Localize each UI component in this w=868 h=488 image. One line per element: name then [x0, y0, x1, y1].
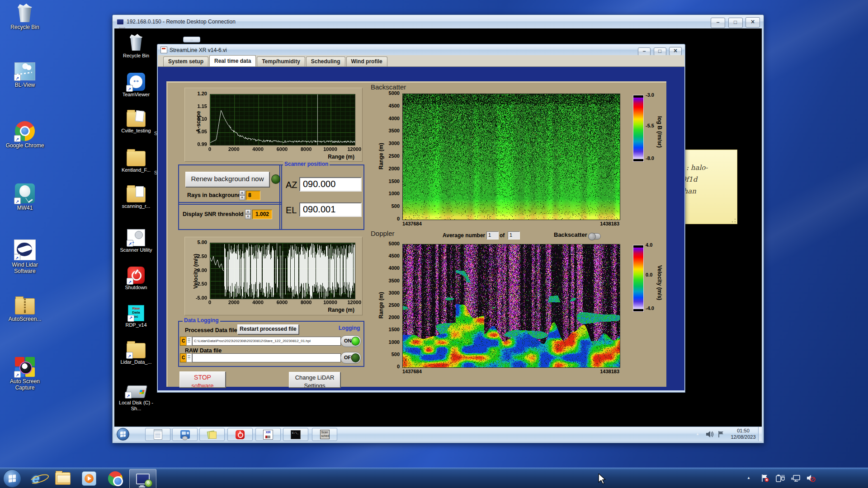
remote-icon-rdp-v14[interactable]: Raw Data oc RDP_v14 [114, 305, 158, 328]
processed-logging-toggle[interactable]: ON [340, 335, 361, 347]
minimize-button[interactable] [711, 18, 725, 28]
close-button[interactable] [745, 17, 760, 28]
backscatter-title: Backscatter [371, 83, 406, 91]
close-button[interactable] [669, 47, 682, 56]
el-value[interactable]: 090.001 [299, 202, 362, 217]
taskbar-button-scan-scheduler[interactable]: Scan sched [312, 428, 337, 441]
stop-line1: STOP [180, 374, 225, 381]
remote-start-button[interactable] [117, 428, 129, 441]
rays-value[interactable]: 8 [246, 191, 260, 200]
remote-icon-scanner-utility[interactable]: Scanner Utility [114, 229, 158, 253]
path-browse-icon[interactable] [186, 353, 192, 362]
remote-icon-kentland[interactable]: Kentland_F... [114, 151, 158, 173]
taskbar-media-player[interactable] [81, 471, 97, 486]
volume-muted-icon[interactable] [807, 474, 816, 482]
raw-path-field[interactable] [192, 353, 341, 362]
remote-icon-cville-testing[interactable]: Cville_testing [114, 112, 158, 134]
taskbar-internet-explorer[interactable]: e [28, 471, 43, 486]
shortcut-arrow-icon [14, 254, 20, 260]
taskbar-button-streamline-xr[interactable]: XR [255, 428, 281, 441]
desktop-icon-recycle-bin[interactable]: Recycle Bin [2, 4, 47, 30]
desktop-icon-label: AutoScreen... [2, 316, 47, 322]
on-label: ON [344, 338, 352, 343]
desktop-icon-autoscreen[interactable]: AutoScreen... [2, 298, 47, 322]
raw-logging-toggle[interactable]: OFF [340, 352, 361, 364]
remote-show-desktop[interactable] [758, 427, 762, 441]
taskbar-windows-explorer[interactable] [55, 471, 71, 486]
mouse-cursor [598, 474, 607, 484]
tab-real-time-data[interactable]: Real time data [209, 55, 256, 66]
drive-letter-box[interactable]: C [180, 337, 187, 346]
network-icon[interactable] [791, 474, 800, 482]
action-center-alert-icon[interactable] [760, 474, 769, 482]
average-total-value[interactable]: 1 [508, 231, 520, 239]
doppler-x-start: 1437684 [402, 369, 422, 375]
rdp-connection-bar-stub[interactable]: ... [183, 37, 200, 42]
taskbar-button-scanner-control[interactable] [172, 428, 198, 441]
stop-software-button[interactable]: STOP software [179, 371, 226, 388]
desktop-icon-bl-view[interactable]: BL-View [2, 62, 47, 88]
taskbar-button-notepad[interactable] [145, 428, 170, 441]
desktop-icon-mw41[interactable]: MW41 [2, 183, 47, 211]
action-center-flag-icon[interactable] [717, 431, 725, 438]
backscatter-toggle[interactable] [588, 233, 601, 239]
colorbar-tick: 0.0 [646, 272, 652, 278]
colorbar-tick: -3.0 [646, 92, 654, 98]
volume-icon[interactable] [706, 431, 714, 438]
axis-tick: 1000 [382, 339, 400, 345]
remote-icon-label: Shutdown [114, 285, 158, 291]
axis-tick: 6000 [269, 300, 296, 305]
remote-clock[interactable]: 01:50 12/08/2023 [727, 427, 760, 440]
tray-expand-icon[interactable] [696, 432, 699, 436]
drive-letter-box[interactable]: C [180, 353, 187, 362]
rdp-badge-icon: ⥁ [145, 479, 152, 487]
doppler-colorbar-label: Velocity (m/s) [656, 256, 663, 310]
change-lidar-settings-button[interactable]: Change LiDAR Settings [289, 372, 340, 388]
average-number-value[interactable]: 1 [486, 231, 499, 239]
taskbar-button-sticky-notes[interactable] [199, 428, 225, 441]
tab-wind-profile[interactable]: Wind profile [346, 56, 387, 66]
az-value[interactable]: 090.000 [299, 177, 362, 192]
desktop-icon-auto-screen-capture[interactable]: Auto Screen Capture [2, 357, 47, 391]
note-resize-grip[interactable] [732, 219, 736, 222]
streamline-app-window: StreamLine XR v14-6.vi System setup Real… [157, 44, 685, 393]
notepad-icon [154, 429, 162, 440]
app-titlebar[interactable]: StreamLine XR v14-6.vi [158, 45, 684, 55]
taskbar-rdp-active[interactable]: ⥁ [129, 469, 156, 488]
renew-background-button[interactable]: Renew background now [185, 172, 269, 187]
remote-icon-label: scanning_r... [114, 203, 158, 209]
tab-temp-humidity[interactable]: Temp/humidity [257, 56, 305, 66]
taskbar-button-command-prompt[interactable]: C:\_ [283, 428, 308, 441]
tray-expand-icon[interactable] [747, 476, 750, 480]
axis-tick: -2.50 [188, 281, 207, 287]
snr-spinner[interactable]: ▲▼ [245, 209, 251, 218]
remote-icon-teamviewer[interactable]: TeamViewer [114, 73, 158, 98]
tab-scheduling[interactable]: Scheduling [306, 56, 345, 66]
axis-tick: 3500 [382, 278, 400, 284]
rays-spinner[interactable]: ▲▼ [239, 190, 245, 199]
remote-icon-lidar-data[interactable]: Lidar_Data_... [114, 343, 158, 365]
rdp-titlebar[interactable]: 192.168.0.150 - Remote Desktop Connectio… [113, 15, 764, 28]
chrome-icon [108, 471, 123, 486]
tab-system-setup[interactable]: System setup [163, 56, 208, 66]
desktop-icon-wind-lidar[interactable]: Wind Lidar Software [2, 239, 47, 274]
battery-power-icon[interactable] [776, 474, 785, 482]
snr-value[interactable]: 1.002 [252, 210, 272, 219]
remote-icon-recycle-bin[interactable]: Recycle Bin [114, 33, 158, 59]
colorbar-tick: -4.0 [646, 305, 654, 311]
scanner-utility-icon [127, 229, 145, 246]
path-browse-icon[interactable] [186, 337, 192, 346]
desktop-icon-google-chrome[interactable]: Google Chrome [2, 121, 47, 149]
maximize-button[interactable] [728, 18, 743, 28]
shortcut-arrow-icon [126, 352, 133, 359]
remote-icon-scanning[interactable]: scanning_r... [114, 187, 158, 209]
taskbar-button-shutdown[interactable] [227, 428, 253, 441]
processed-path-field[interactable]: C:\Lidar\Data\Proc\2023\202308\20230812\… [192, 337, 341, 346]
remote-icon-local-disk[interactable]: Local Disk (C) - Sh... [114, 385, 158, 412]
backscatter-colorbar [633, 95, 644, 162]
taskbar-chrome[interactable] [108, 471, 123, 486]
folder-icon [127, 151, 146, 166]
host-start-button[interactable] [3, 469, 21, 488]
restart-processed-file-button[interactable]: Restart processed file [237, 324, 299, 334]
remote-icon-shutdown[interactable]: Shutdown [114, 267, 158, 291]
